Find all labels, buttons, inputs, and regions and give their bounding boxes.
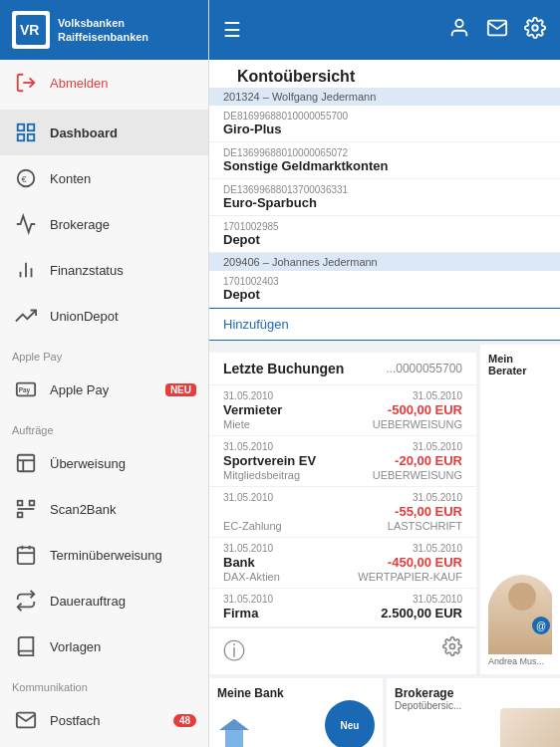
- buchung-date-2: 31.05.2010: [223, 492, 388, 503]
- brokerage-icon: [12, 210, 40, 238]
- svg-rect-4: [28, 124, 34, 130]
- dashboard-label: Dashboard: [50, 125, 196, 140]
- sidebar-item-dauerauftrag[interactable]: Dauerauftrag: [0, 578, 208, 623]
- buchung-amount-1: -20,00 EUR: [373, 453, 462, 468]
- meine-bank-tile[interactable]: Meine Bank Neu: [209, 678, 383, 747]
- apple-pay-badge: NEU: [165, 383, 196, 396]
- svg-rect-35: [225, 730, 243, 747]
- svg-marker-36: [219, 719, 249, 730]
- konto-item-giro[interactable]: DE81699688010000055700 Giro-Plus: [209, 106, 560, 142]
- svg-rect-21: [18, 548, 35, 565]
- header-action-icons: [448, 17, 546, 44]
- buchung-row-1[interactable]: 31.05.2010 31.05.2010 Sportverein EV -20…: [209, 436, 476, 487]
- konto-item-depot1[interactable]: 1701002985 Depot: [209, 216, 560, 253]
- postfach-badge: 48: [173, 714, 196, 727]
- abmelden-button[interactable]: Abmelden: [0, 60, 208, 106]
- postfach-label: Postfach: [50, 713, 163, 728]
- buchung-row-0[interactable]: 31.05.2010 31.05.2010 Vermieter -500,00 …: [209, 385, 476, 436]
- mein-berater-tile[interactable]: Mein Berater @ Andrea Mus...: [480, 345, 560, 674]
- buchung-row-4[interactable]: 31.05.2010 31.05.2010 Firma 2.500,00 EUR: [209, 589, 476, 627]
- sidebar-item-vorlagen[interactable]: Vorlagen: [0, 623, 208, 669]
- kommunikation-section-label: Kommunikation: [0, 673, 208, 697]
- konto-name-depot2: Depot: [223, 287, 546, 302]
- buchung-row-2[interactable]: 31.05.2010 31.05.2010 -55,00 EUR EC-Zahl…: [209, 487, 476, 538]
- svg-point-33: [532, 25, 538, 31]
- svg-rect-19: [18, 513, 23, 518]
- buchungen-account: ...0000055700: [386, 362, 462, 375]
- brokerage-tile[interactable]: Brokerage Depotübersic...: [387, 678, 560, 747]
- sidebar-item-terminueberweisung[interactable]: Terminüberweisung: [0, 532, 208, 578]
- dauerauftrag-icon: [12, 587, 40, 615]
- terminueberweisung-icon: [12, 541, 40, 569]
- buchung-date-4: 31.05.2010: [223, 594, 381, 605]
- konto-item-sparbuch[interactable]: DE13699688013700036331 Euro-Sparbuch: [209, 179, 560, 216]
- sidebar-item-konten[interactable]: € Konten: [0, 155, 208, 201]
- buchungen-footer: ⓘ: [209, 627, 476, 674]
- buchung-amount-2: -55,00 EUR: [388, 504, 462, 519]
- letzte-buchungen-section: Letzte Buchungen ...0000055700 31.05.201…: [209, 353, 476, 674]
- sidebar-item-uniondepot[interactable]: UnionDepot: [0, 293, 208, 339]
- profile-icon[interactable]: [448, 17, 470, 44]
- svg-point-34: [450, 644, 455, 649]
- finanzstatus-icon: [12, 256, 40, 284]
- bank-logo: VR: [12, 11, 50, 49]
- hamburger-menu-icon[interactable]: ☰: [223, 18, 241, 42]
- konto-uebersicht-section: Kontoübersicht 201324 – Wolfgang Jederma…: [209, 60, 560, 308]
- scan2bank-label: Scan2Bank: [50, 502, 196, 517]
- konto-id-giro: DE81699688010000055700: [223, 111, 546, 122]
- hinzufuegen-button[interactable]: Hinzufügen: [209, 308, 560, 341]
- buchung-name-0: Vermieter: [223, 402, 373, 417]
- brokerage-tile-subtitle: Depotübersic...: [395, 700, 461, 711]
- buchung-name-2: [223, 504, 388, 519]
- konto-title: Kontoübersicht: [223, 60, 369, 87]
- sidebar-item-apple-pay[interactable]: Pay Apple Pay NEU: [0, 367, 208, 412]
- buchung-desc-0: Miete: [223, 418, 373, 430]
- sidebar-item-finanzstatus[interactable]: Finanzstatus: [0, 247, 208, 293]
- sidebar-item-scan2bank[interactable]: Scan2Bank: [0, 486, 208, 532]
- svg-rect-17: [18, 501, 23, 506]
- buchung-amount-3: -450,00 EUR: [358, 555, 462, 570]
- buchung-date-right-2: 31.05.2010: [388, 492, 462, 503]
- hinzufuegen-label: Hinzufügen: [223, 317, 289, 332]
- konto-id-depot1: 1701002985: [223, 221, 546, 232]
- konto-id-depot2: 1701002403: [223, 276, 546, 287]
- svg-rect-5: [18, 134, 24, 140]
- buchung-date-3: 31.05.2010: [223, 543, 358, 554]
- konto-name-giro: Giro-Plus: [223, 122, 546, 136]
- gear-icon[interactable]: [442, 636, 462, 666]
- uniondepot-icon: [12, 302, 40, 330]
- sidebar-item-ueberweisung[interactable]: Überweisung: [0, 440, 208, 486]
- buchung-date-0: 31.05.2010: [223, 390, 373, 401]
- main-header: ☰: [209, 0, 560, 60]
- settings-header-icon[interactable]: [524, 17, 546, 44]
- buchung-type-1: UEBERWEISUNG: [373, 469, 462, 481]
- buchung-desc-1: Mitgliedsbeitrag: [223, 469, 373, 481]
- buchung-name-1: Sportverein EV: [223, 453, 373, 468]
- buchung-type-3: WERTPAPIER-KAUF: [358, 571, 462, 583]
- sidebar-item-brokerage[interactable]: Brokerage: [0, 201, 208, 247]
- buchungen-header: Letzte Buchungen ...0000055700: [209, 353, 476, 385]
- main-area: ☰: [209, 0, 560, 747]
- ueberweisung-icon: [12, 449, 40, 477]
- sidebar-header: VR Volksbanken Raiffeisenbanken: [0, 0, 208, 60]
- apple-pay-label: Apple Pay: [50, 382, 155, 397]
- abmelden-icon: [12, 69, 40, 97]
- auftraege-section-label: Aufträge: [0, 416, 208, 440]
- sidebar-item-postfach[interactable]: Postfach 48: [0, 697, 208, 743]
- konto-id-geldmarkt: DE13699688010000065072: [223, 147, 546, 158]
- sidebar-item-dashboard[interactable]: Dashboard: [0, 110, 208, 155]
- buchung-desc-2: EC-Zahlung: [223, 520, 388, 532]
- buchung-name-4: Firma: [223, 606, 381, 621]
- finanzstatus-label: Finanzstatus: [50, 263, 196, 278]
- sidebar-item-benachrichtigungen[interactable]: Benachrichtigungen 2: [0, 743, 208, 747]
- vorlagen-label: Vorlagen: [50, 639, 196, 654]
- mail-header-icon[interactable]: [486, 17, 508, 44]
- buchung-row-3[interactable]: 31.05.2010 31.05.2010 Bank -450,00 EUR D…: [209, 538, 476, 589]
- info-icon[interactable]: ⓘ: [223, 636, 245, 666]
- konto-item-depot2[interactable]: 1701002403 Depot: [209, 271, 560, 308]
- konto-item-geldmarkt[interactable]: DE13699688010000065072 Sonstige Geldmark…: [209, 142, 560, 179]
- konto-name-geldmarkt: Sonstige Geldmarktkonten: [223, 158, 546, 173]
- svg-text:VR: VR: [20, 22, 39, 38]
- buchung-date-right-0: 31.05.2010: [373, 390, 462, 401]
- brand-text: Volksbanken Raiffeisenbanken: [58, 16, 148, 45]
